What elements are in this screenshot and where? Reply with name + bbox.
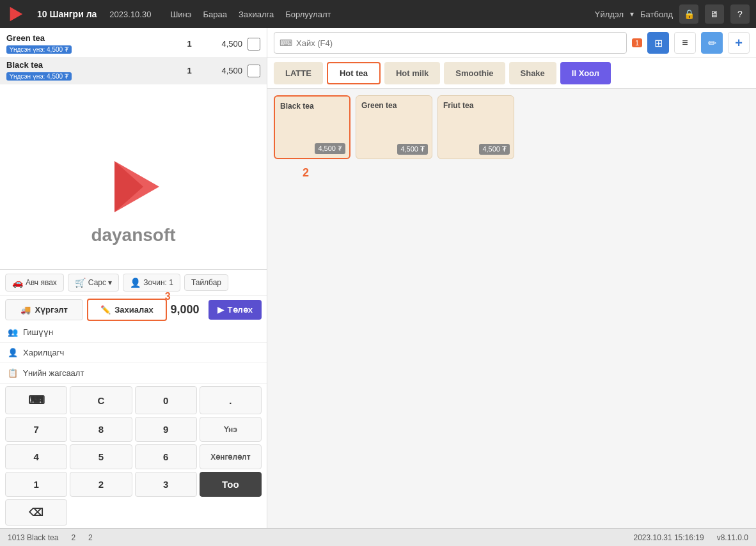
- tab-comment[interactable]: Тайлбар: [184, 274, 228, 291]
- numpad-6[interactable]: 6: [135, 444, 197, 469]
- order-item-name-text: Black tea: [6, 60, 175, 70]
- product-card-fruittea[interactable]: Friut tea 4,500 ₮: [437, 95, 514, 159]
- search-box[interactable]: ⌨: [274, 32, 627, 54]
- product-price-blacktea: 4,500 ₮: [315, 143, 345, 154]
- cat-tab-hottea[interactable]: Hot tea: [327, 62, 381, 84]
- pay-amount: 9,000: [171, 303, 205, 316]
- order-item-price-tag: Үндсэн үнэ: 4,500 ₮: [6, 45, 72, 54]
- nav-right: Үйлдэл ▾ Батболд 🔒 🖥 ?: [595, 4, 750, 24]
- members-icon: 👥: [8, 327, 18, 337]
- top-nav: 10 Шангри ла 2023.10.30 Шинэ Бараа Захиа…: [0, 0, 756, 28]
- numpad-dot[interactable]: .: [200, 386, 262, 414]
- numpad-discount[interactable]: Хөнгөлөлт: [200, 444, 262, 469]
- cat-tab-latte[interactable]: LATTE: [274, 62, 323, 84]
- list-icon: 📋: [8, 368, 18, 378]
- pencil-icon: ✏️: [100, 305, 111, 315]
- numpad-7[interactable]: 7: [5, 417, 67, 442]
- order-item-checkbox[interactable]: [248, 38, 260, 51]
- order-item: Green tea Үндсэн үнэ: 4,500 ₮ 1 4,500: [0, 31, 267, 58]
- numpad-2[interactable]: 2: [70, 472, 132, 497]
- order-button[interactable]: ✏️ Захиалах 3: [87, 299, 166, 321]
- status-bar: 1013 Black tea 2 2 2023.10.31 15:16:19 v…: [0, 528, 756, 546]
- numpad-1[interactable]: 1: [5, 472, 67, 497]
- logo-text: dayansoft: [91, 225, 175, 246]
- product-name-fruittea: Friut tea: [443, 101, 508, 110]
- numpad-price[interactable]: Үнэ: [200, 417, 262, 442]
- numpad-4[interactable]: 4: [5, 444, 67, 469]
- status-mid2: 2: [88, 533, 93, 542]
- car-icon: 🚗: [12, 277, 23, 288]
- pay-button[interactable]: ▶ Төлөх: [209, 300, 262, 320]
- menu-item-pricelist[interactable]: 📋 Үнийн жагсаалт: [0, 363, 267, 384]
- nav-date: 2023.10.30: [109, 10, 151, 19]
- grid-view-button[interactable]: ⊞: [647, 32, 669, 54]
- nav-menu-item-goods[interactable]: Бараа: [203, 10, 226, 19]
- tab-guest[interactable]: 👤 Зочин: 1: [123, 274, 180, 292]
- order-item-total: 4,500: [204, 66, 242, 75]
- keyboard-icon: ⌨: [280, 38, 292, 48]
- left-menu-items: 👥 Гишүүн 👤 Харилцагч 📋 Үнийн жагсаалт: [0, 322, 267, 384]
- person-icon: 👤: [130, 277, 141, 288]
- nav-actions-label[interactable]: Үйлдэл: [595, 10, 624, 19]
- product-name-greentea: Green tea: [361, 101, 427, 110]
- tab-sars[interactable]: 🛒 Сарс ▾: [68, 274, 119, 292]
- numpad-9[interactable]: 9: [135, 417, 197, 442]
- nav-monitor-icon[interactable]: 🖥: [705, 4, 724, 24]
- annotation-2: 2: [303, 166, 309, 180]
- numpad-keyboard-btn[interactable]: ⌨: [5, 386, 67, 414]
- add-button[interactable]: +: [728, 32, 750, 54]
- order-item-qty: 1: [180, 66, 199, 75]
- nav-menu-item-orders[interactable]: Захиалга: [239, 10, 274, 19]
- search-input[interactable]: [296, 38, 621, 48]
- edit-button[interactable]: ✏: [701, 32, 723, 54]
- svg-marker-1: [114, 161, 143, 212]
- cat-tab-shake[interactable]: Shake: [509, 62, 556, 84]
- menu-item-member[interactable]: 👥 Гишүүн: [0, 322, 267, 343]
- main-content: Green tea Үндсэн үнэ: 4,500 ₮ 1 4,500 Bl…: [0, 28, 756, 528]
- nav-actions-chevron: ▾: [630, 10, 634, 19]
- delivery-button[interactable]: 🚚 Хүргэлт: [5, 299, 83, 320]
- list-view-button[interactable]: ≡: [674, 32, 696, 54]
- order-item-details: Green tea Үндсэн үнэ: 4,500 ₮: [6, 33, 175, 54]
- logo-triangle: [102, 155, 166, 219]
- product-grid: Black tea 4,500 ₮ Green tea 4,500 ₮ Friu…: [267, 89, 756, 166]
- product-card-greentea[interactable]: Green tea 4,500 ₮: [356, 95, 432, 159]
- delivery-icon: 🚚: [20, 305, 31, 315]
- numpad-count[interactable]: Тоо: [200, 472, 262, 497]
- numpad-grid: ⌨ C 0 . 7 8 9 Үнэ 4 5 6 Хөнгөлөлт 1 2 3 …: [5, 386, 262, 526]
- numpad-backspace[interactable]: ⌫: [5, 499, 67, 526]
- numpad-0[interactable]: 0: [135, 386, 197, 414]
- order-item-total: 4,500: [204, 39, 242, 49]
- order-list: Green tea Үндсэн үнэ: 4,500 ₮ 1 4,500 Bl…: [0, 28, 267, 130]
- contact-icon: 👤: [8, 348, 18, 357]
- nav-lock-icon[interactable]: 🔒: [679, 4, 698, 24]
- cat-tab-iihool[interactable]: II Хоол: [560, 62, 611, 84]
- action-amount-row: 🚚 Хүргэлт ✏️ Захиалах 3 9,000 ▶ Төлөх: [0, 296, 267, 322]
- cat-tab-smoothie[interactable]: Smoothie: [444, 62, 505, 84]
- nav-menu-item-new[interactable]: Шинэ: [170, 10, 191, 19]
- numpad-3[interactable]: 3: [135, 472, 197, 497]
- product-area: Black tea 4,500 ₮ Green tea 4,500 ₮ Friu…: [267, 89, 756, 166]
- order-item-name-text: Green tea: [6, 33, 175, 43]
- numpad-5[interactable]: 5: [70, 444, 132, 469]
- status-mid1: 2: [71, 533, 75, 542]
- product-price-greentea: 4,500 ₮: [397, 144, 428, 155]
- app-logo: [6, 5, 24, 23]
- status-item-name: 1013 Black tea: [8, 533, 58, 542]
- order-item-checkbox[interactable]: [248, 65, 260, 77]
- status-right: 2023.10.31 15:16:19 v8.11.0.0: [634, 533, 748, 542]
- tab-avch-label: Авч явах: [26, 278, 57, 287]
- tab-sars-label: Сарс ▾: [88, 278, 112, 287]
- nav-menu-item-sales[interactable]: Борлуулалт: [285, 10, 331, 19]
- status-version: v8.11.0.0: [717, 533, 748, 542]
- product-card-blacktea[interactable]: Black tea 4,500 ₮: [274, 95, 350, 159]
- menu-item-contact[interactable]: 👤 Харилцагч: [0, 343, 267, 363]
- nav-user-name: Батболд: [640, 10, 673, 19]
- numpad-8[interactable]: 8: [70, 417, 132, 442]
- tab-comment-label: Тайлбар: [191, 278, 221, 287]
- nav-help-icon[interactable]: ?: [730, 4, 750, 24]
- numpad-c[interactable]: C: [70, 386, 132, 414]
- right-panel: ⌨ 1 ⊞ ≡ ✏ + LATTE Hot tea Hot milk Smoot…: [267, 28, 756, 528]
- cat-tab-hotmilk[interactable]: Hot milk: [384, 62, 440, 84]
- tab-avch-yavah[interactable]: 🚗 Авч явах: [5, 274, 64, 292]
